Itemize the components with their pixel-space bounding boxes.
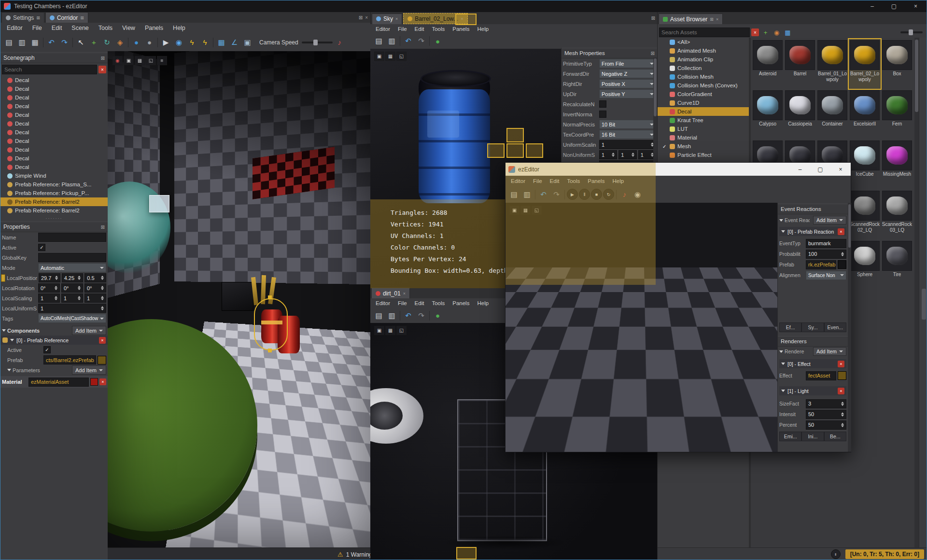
import-asset-icon[interactable]: + xyxy=(760,28,771,38)
asset-type-node[interactable]: Animated Mesh xyxy=(658,46,749,55)
property-tab[interactable]: Be... xyxy=(824,432,846,441)
status-counters-badge[interactable]: [Un: 0, Tr: 5, Th: 0, Err: 0] xyxy=(845,549,924,559)
property-tab[interactable]: Even... xyxy=(824,322,846,332)
spinner-buttons[interactable] xyxy=(101,296,104,300)
right-dir-select[interactable]: Positive X xyxy=(599,79,656,88)
view-mode-icon[interactable]: ▦ xyxy=(783,28,793,38)
menu-item[interactable]: Editor xyxy=(372,300,393,307)
menu-item[interactable]: Tools xyxy=(94,24,117,32)
menu-item[interactable]: File xyxy=(394,26,410,32)
browse-prefab-button[interactable] xyxy=(838,260,846,269)
asset-type-node[interactable]: Kraut Tree xyxy=(658,116,749,125)
menu-item[interactable]: File xyxy=(530,178,546,184)
grid-toggle-icon[interactable]: ▦ xyxy=(385,52,395,61)
minimize-button[interactable]: – xyxy=(790,163,810,176)
globalkey-input[interactable] xyxy=(38,253,106,262)
particle-preview-viewport[interactable]: ▣▦◱ xyxy=(506,203,777,452)
scaling-z-spinner[interactable]: 1 xyxy=(84,294,106,303)
redo-icon[interactable]: ↷ xyxy=(550,188,562,200)
asset-type-node[interactable]: Collision Mesh (Convex) xyxy=(658,81,749,90)
pause-log-button[interactable]: ‖ xyxy=(831,549,841,559)
maximize-button[interactable]: ▢ xyxy=(810,163,830,176)
spinner-buttons[interactable] xyxy=(55,296,57,300)
forward-dir-select[interactable]: Negative Z xyxy=(599,69,656,78)
stop-button[interactable]: ■ xyxy=(591,189,602,200)
menu-item[interactable]: Edit xyxy=(411,300,428,307)
toolbar-icon[interactable] xyxy=(399,35,401,47)
menu-item[interactable]: Help xyxy=(474,300,492,307)
floating-window-titlebar[interactable]: ezEditor – ▢ × xyxy=(506,163,851,176)
probability-spinner[interactable]: 100 xyxy=(806,250,846,259)
toolbar-icon[interactable] xyxy=(428,35,431,47)
browse-effect-button[interactable] xyxy=(838,371,846,380)
light-renderer-group[interactable]: [1] - Light × xyxy=(779,386,846,395)
clear-search-icon[interactable]: × xyxy=(751,28,759,36)
expander-icon[interactable] xyxy=(779,350,783,353)
undo-icon[interactable]: ↶ xyxy=(402,309,414,322)
scale-tool-icon[interactable]: ◈ xyxy=(114,36,126,48)
scaling-x-spinner[interactable]: 1 xyxy=(38,294,60,303)
render-mode-icon[interactable]: ▣ xyxy=(374,326,384,335)
open-document-icon[interactable]: ▥ xyxy=(521,188,533,200)
float-panel-icon[interactable]: ⊠ xyxy=(651,51,655,56)
spinner-buttons[interactable] xyxy=(101,306,104,310)
particle-editor-window[interactable]: ezEditor – ▢ × EditorFileEditToolsPanels… xyxy=(505,162,851,452)
property-tab[interactable]: Ef... xyxy=(779,322,801,332)
name-input[interactable] xyxy=(38,233,106,242)
expand-view-icon[interactable]: ◱ xyxy=(396,52,407,61)
asset-type-icon[interactable]: ◉ xyxy=(772,28,782,38)
asset-grid-item[interactable]: ScannedRock03_LQ xyxy=(881,190,913,239)
material-asset-field[interactable]: ezMaterialAsset xyxy=(28,378,89,387)
up-dir-select[interactable]: Positive Y xyxy=(599,89,656,98)
effect-asset-field[interactable]: fectAsset xyxy=(806,371,836,380)
asset-search-input[interactable] xyxy=(659,28,750,37)
asset-grid-item[interactable]: Container xyxy=(816,89,848,139)
document-tab[interactable]: dirt_01 × xyxy=(371,288,410,298)
property-tab[interactable]: Sy... xyxy=(801,322,824,332)
pause-button[interactable]: ‖ xyxy=(579,189,590,200)
asset-grid-item[interactable]: Barrel_01_Lowpoly xyxy=(816,39,848,89)
properties-scrollbar[interactable] xyxy=(848,203,851,452)
spinner-buttons[interactable] xyxy=(55,276,58,280)
scenegraph-node[interactable]: Prefab Reference: Pickup_P... xyxy=(0,189,108,197)
prefab-reaction-group[interactable]: [0] - Prefab Reaction × xyxy=(779,227,846,236)
property-tab[interactable]: Ini... xyxy=(801,432,824,441)
toolbar-icon[interactable] xyxy=(534,188,536,200)
scene-viewport[interactable]: ◉▣▦◱≡ xyxy=(108,51,370,547)
recalculate-normals-checkbox[interactable] xyxy=(599,100,606,108)
scenegraph-search-input[interactable] xyxy=(2,65,97,74)
float-panel-icon[interactable]: ⊠ xyxy=(101,224,105,230)
asset-type-node[interactable]: Collection xyxy=(658,64,749,72)
material-color-swatch[interactable] xyxy=(90,378,98,386)
asset-type-node[interactable]: LUT xyxy=(658,125,749,133)
asset-grid-item[interactable]: Box xyxy=(881,39,913,89)
float-panel-icon[interactable]: ⊠ xyxy=(651,15,655,21)
new-document-icon[interactable]: ▤ xyxy=(373,35,385,47)
speaker-icon[interactable]: ♪ xyxy=(618,188,631,200)
add-component-button[interactable]: Add Item xyxy=(72,326,106,335)
expander-icon[interactable] xyxy=(7,369,11,371)
add-parameter-button[interactable]: Add Item xyxy=(72,365,106,375)
undo-icon[interactable]: ↶ xyxy=(402,35,414,47)
rotation-z-spinner[interactable]: 0° xyxy=(84,283,106,293)
asset-grid-scrollbar[interactable] xyxy=(914,38,919,547)
menu-item[interactable]: Help xyxy=(169,24,190,32)
asset-grid-item[interactable]: ScannedRock02_LQ xyxy=(849,190,881,239)
lightning-icon[interactable]: ϟ xyxy=(186,36,198,48)
tab-close-icon[interactable]: × xyxy=(403,291,406,296)
scenegraph-node[interactable]: Decal xyxy=(0,111,108,119)
spinner-buttons[interactable] xyxy=(841,402,844,406)
angle-snap-icon[interactable]: ∠ xyxy=(228,36,240,48)
redo-icon[interactable]: ↷ xyxy=(415,35,427,47)
tab-dock-icon[interactable]: ⊠ xyxy=(710,17,714,22)
remove-renderer-button[interactable]: × xyxy=(838,388,844,394)
float-panel-icon[interactable]: ⊠ xyxy=(101,56,105,61)
asset-type-node[interactable]: Mesh xyxy=(658,142,749,151)
asset-grid-item[interactable]: MissingMesh xyxy=(881,140,913,189)
play-button[interactable]: ▶ xyxy=(567,189,578,200)
scrollbar-handle[interactable] xyxy=(915,40,918,112)
prefab-asset-field[interactable]: cts/Barrel2.ezPrefab xyxy=(43,355,96,364)
expander-icon[interactable] xyxy=(10,339,14,341)
mode-select[interactable]: Automatic xyxy=(38,263,106,272)
play-icon[interactable]: ▶ xyxy=(160,36,172,48)
